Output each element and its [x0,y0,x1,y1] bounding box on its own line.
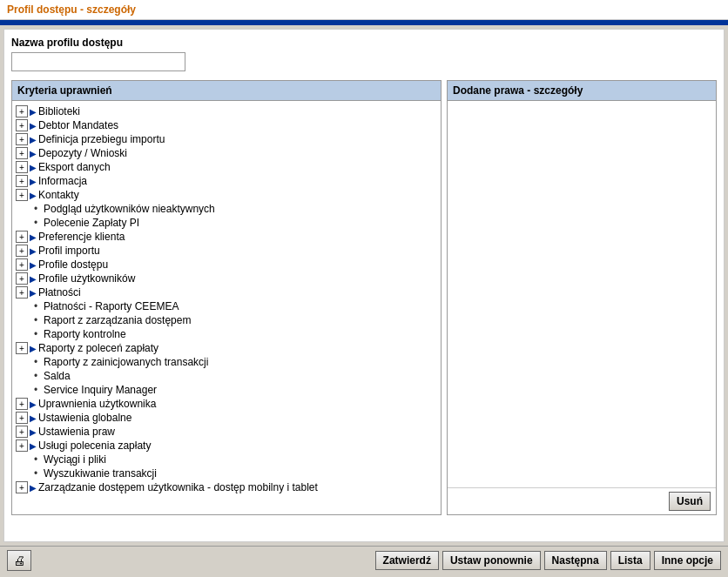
arrow-icon-ustawienia-globalne: ▶ [30,413,37,423]
tree-item-zarzadzanie[interactable]: +▶Zarządzanie dostępem użytkownika - dos… [14,480,439,494]
top-blue-bar [0,20,728,25]
expand-icon-preferencje[interactable]: + [16,231,28,243]
arrow-icon-uslugi: ▶ [30,441,37,451]
profile-name-input[interactable] [11,52,185,71]
bullet-service-inquiry: • [30,384,42,396]
tree-item-raporty-zainicjowanych[interactable]: •Raporty z zainicjowanych transakcji [14,355,439,369]
tree-label-ustawienia-praw: Ustawienia praw [38,426,115,438]
tree-item-preferencje[interactable]: +▶Preferencje klienta [14,230,439,244]
tree-item-profile-dostepu[interactable]: +▶Profile dostępu [14,258,439,272]
arrow-icon-uprawnienia: ▶ [30,399,37,409]
right-panel-header: Dodane prawa - szczegóły [448,81,716,101]
tree-item-definicja[interactable]: +▶Definicja przebiegu importu [14,132,439,146]
left-panel: Kryteria uprawnień +▶Biblioteki+▶Debtor … [11,80,442,515]
tree-label-definicja: Definicja przebiegu importu [38,133,165,145]
tree-item-debtor-mandates[interactable]: +▶Debtor Mandates [14,118,439,132]
expand-icon-kontakty[interactable]: + [16,189,28,201]
arrow-icon-kontakty: ▶ [30,191,37,200]
tree-item-kontakty[interactable]: +▶Kontakty [14,188,439,202]
tree-label-zarzadzanie: Zarządzanie dostępem użytkownika - dostę… [38,481,318,493]
expand-icon-ustawienia-praw[interactable]: + [16,426,28,438]
arrow-icon-raporty-polecen: ▶ [30,344,37,353]
bullet-platnosci-raporty: • [30,300,42,312]
arrow-icon-depozyty: ▶ [30,149,37,158]
tree-item-uslugi[interactable]: +▶Usługi polecenia zapłaty [14,439,439,453]
tree-item-raport-zarzadzania[interactable]: •Raport z zarządzania dostępem [14,313,439,327]
tree-item-profil-importu[interactable]: +▶Profil importu [14,244,439,258]
tree-item-profile-uzytkownikow[interactable]: +▶Profile użytkowników [14,272,439,285]
expand-icon-uslugi[interactable]: + [16,439,28,452]
next-button[interactable]: Następna [544,551,607,570]
expand-icon-raporty-polecen[interactable]: + [16,342,28,354]
tree-item-ustawienia-globalne[interactable]: +▶Ustawienia globalne [14,411,439,425]
expand-icon-eksport[interactable]: + [16,161,28,173]
tree-label-service-inquiry: Service Inquiry Manager [44,384,157,396]
tree-label-kontakty: Kontakty [38,189,79,201]
tree-item-podglad[interactable]: •Podgląd użytkowników nieaktywnych [14,202,439,216]
tree-item-eksport[interactable]: +▶Eksport danych [14,160,439,174]
expand-icon-biblioteki[interactable]: + [16,105,28,117]
list-button[interactable]: Lista [610,551,650,570]
arrow-icon-preferencje: ▶ [30,232,37,242]
tree-label-platnosci: Płatności [38,286,81,299]
bullet-podglad: • [30,203,42,215]
expand-icon-profile-dostepu[interactable]: + [16,258,28,271]
expand-icon-zarzadzanie[interactable]: + [16,481,28,493]
tree-label-raporty-polecen: Raporty z poleceń zapłaty [38,342,158,354]
bottom-bar: 🖨 Zatwierdź Ustaw ponownie Następna List… [0,546,728,574]
arrow-icon-informacja: ▶ [30,177,37,186]
arrow-icon-eksport: ▶ [30,163,37,172]
arrow-icon-debtor-mandates: ▶ [30,121,37,131]
confirm-button[interactable]: Zatwierdź [375,551,439,570]
tree-item-platnosci-raporty[interactable]: •Płatności - Raporty CEEMEA [14,299,439,313]
tree-item-depozyty[interactable]: +▶Depozyty / Wnioski [14,146,439,160]
arrow-icon-definicja: ▶ [30,135,37,144]
expand-icon-profile-uzytkownikow[interactable]: + [16,272,28,285]
print-button[interactable]: 🖨 [7,550,31,571]
tree-label-ustawienia-globalne: Ustawienia globalne [38,412,131,424]
tree-label-informacja: Informacja [38,175,87,187]
tree-item-wyciagi[interactable]: •Wyciągi i pliki [14,453,439,466]
tree-label-wyszukiwanie: Wyszukiwanie transakcji [44,467,157,480]
bottom-bar-right: Zatwierdź Ustaw ponownie Następna Lista … [375,551,721,570]
tree-label-polecenie: Polecenie Zapłaty PI [44,217,139,229]
tree-item-salda[interactable]: •Salda [14,369,439,383]
tree-item-platnosci[interactable]: +▶Płatności [14,285,439,299]
bullet-wyszukiwanie: • [30,467,42,480]
tree-item-service-inquiry[interactable]: •Service Inquiry Manager [14,383,439,397]
page-title: Profil dostępu - szczegóły [7,3,136,16]
tree-item-uprawnienia[interactable]: +▶Uprawnienia użytkownika [14,397,439,411]
tree-label-podglad: Podgląd użytkowników nieaktywnych [44,203,215,215]
more-options-button[interactable]: Inne opcje [654,551,721,570]
tree-label-raporty-zainicjowanych: Raporty z zainicjowanych transakcji [44,356,208,368]
expand-icon-uprawnienia[interactable]: + [16,398,28,410]
two-panel: Kryteria uprawnień +▶Biblioteki+▶Debtor … [11,80,717,515]
expand-icon-platnosci[interactable]: + [16,286,28,299]
tree-item-wyszukiwanie[interactable]: •Wyszukiwanie transakcji [14,466,439,480]
tree-item-ustawienia-praw[interactable]: +▶Ustawienia praw [14,425,439,439]
arrow-icon-ustawienia-praw: ▶ [30,427,37,437]
reset-button[interactable]: Ustaw ponownie [442,551,541,570]
bullet-raporty-zainicjowanych: • [30,356,42,368]
tree-item-polecenie[interactable]: •Polecenie Zapłaty PI [14,216,439,230]
bottom-bar-left: 🖨 [7,550,372,571]
left-panel-header: Kryteria uprawnień [12,81,441,101]
tree-label-biblioteki: Biblioteki [38,105,80,117]
tree-item-informacja[interactable]: +▶Informacja [14,174,439,188]
expand-icon-definicja[interactable]: + [16,133,28,145]
expand-icon-debtor-mandates[interactable]: + [16,119,28,131]
tree-label-eksport: Eksport danych [38,161,111,173]
arrow-icon-profil-importu: ▶ [30,246,37,256]
tree-item-raporty-polecen[interactable]: +▶Raporty z poleceń zapłaty [14,341,439,355]
expand-icon-ustawienia-globalne[interactable]: + [16,412,28,424]
arrow-icon-biblioteki: ▶ [30,107,37,117]
right-panel-content [448,101,716,487]
expand-icon-informacja[interactable]: + [16,175,28,187]
tree-item-biblioteki[interactable]: +▶Biblioteki [14,104,439,118]
expand-icon-depozyty[interactable]: + [16,147,28,159]
tree-item-raporty-kontrolne[interactable]: •Raporty kontrolne [14,327,439,341]
tree-container: +▶Biblioteki+▶Debtor Mandates+▶Definicja… [12,101,441,498]
expand-icon-profil-importu[interactable]: + [16,245,28,257]
bullet-salda: • [30,370,42,382]
remove-button[interactable]: Usuń [669,492,711,511]
